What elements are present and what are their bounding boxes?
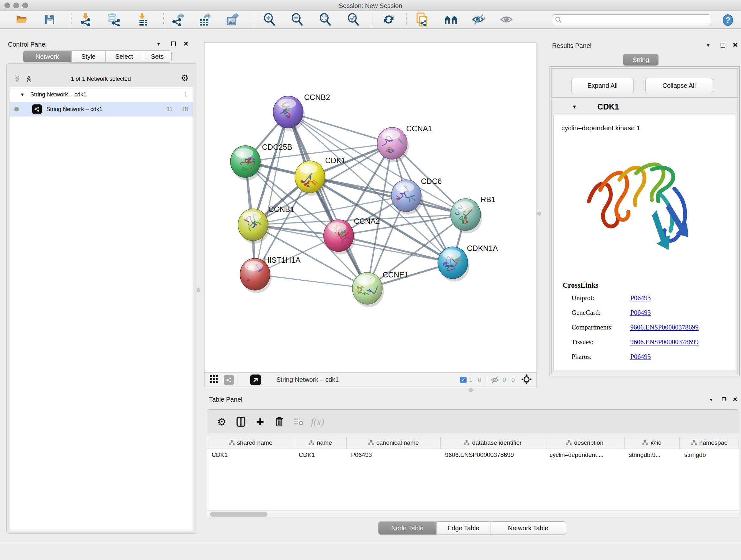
table-cell[interactable]: CDK1: [207, 449, 294, 461]
network-canvas[interactable]: CCNB2CCNA1CDC25BCDK1CDC6RB1CCNB1CCNA2CDK…: [204, 43, 537, 372]
import-network-file-button[interactable]: [77, 12, 94, 27]
left-splitter-handle[interactable]: [197, 288, 200, 292]
column-header[interactable]: shared name: [207, 437, 294, 449]
tab-network-table[interactable]: Network Table: [490, 521, 566, 535]
results-panel-close-button[interactable]: ✕: [733, 41, 738, 49]
node-gloss: [382, 130, 400, 140]
column-header[interactable]: database identifier: [441, 437, 545, 449]
results-panel-float-button[interactable]: [721, 43, 725, 48]
network-edge-CCNA2-CDKN1A[interactable]: [339, 236, 453, 263]
export-image-button[interactable]: [223, 12, 241, 27]
node-gloss: [235, 148, 253, 158]
hidden-eye-slash-icon: [490, 376, 500, 383]
expand-all-networks-icon[interactable]: ≫: [24, 75, 33, 82]
collapse-all-networks-icon[interactable]: ≫: [13, 75, 21, 82]
table-cell[interactable]: P06493: [347, 449, 441, 461]
column-header[interactable]: description: [545, 437, 624, 449]
database-network-icon: [106, 13, 120, 26]
zoom-out-button[interactable]: [288, 12, 307, 27]
table-cell[interactable]: stringdb: [680, 449, 739, 461]
tab-network[interactable]: Network: [23, 51, 71, 63]
function-builder-button-disabled[interactable]: f(x): [308, 412, 327, 431]
control-panel-close-button[interactable]: ✕: [183, 40, 189, 48]
network-edge-count: 48: [182, 106, 188, 113]
add-column-button[interactable]: +: [251, 412, 270, 431]
table-options-gear-icon[interactable]: ⚙: [212, 412, 231, 431]
zoom-selected-icon: [347, 13, 360, 26]
footer-separator: [237, 374, 238, 385]
tab-sets[interactable]: Sets: [143, 51, 172, 63]
column-header[interactable]: canonical name: [347, 437, 441, 449]
column-header[interactable]: namespac: [680, 437, 739, 449]
table-cell[interactable]: stringdb:9...: [624, 449, 680, 461]
table-panel-float-button[interactable]: [722, 397, 726, 401]
table-cell[interactable]: CDK1: [294, 449, 347, 461]
crosslink-genecard-link[interactable]: P06493: [630, 309, 651, 317]
network-view-footer: String Network – cdk1 ✓ 1 - 0 0 - 0: [204, 372, 537, 387]
tab-select[interactable]: Select: [105, 51, 143, 63]
network-options-gear-icon[interactable]: ⚙: [181, 73, 189, 83]
table-panel-menu-button[interactable]: ▼: [709, 397, 713, 402]
control-panel-menu-button[interactable]: ▼: [156, 42, 161, 47]
export-network-button[interactable]: [169, 12, 187, 27]
search-input[interactable]: [562, 17, 702, 23]
table-horizontal-scrollbar[interactable]: [207, 511, 739, 518]
delete-table-button-disabled[interactable]: [289, 412, 308, 431]
cdk1-collapse-icon[interactable]: ▼: [572, 104, 577, 110]
crosslink-uniprot-link[interactable]: P06493: [630, 294, 651, 302]
network-list: ▼ String Network – cdk1 1 String Network…: [10, 87, 193, 531]
import-network-database-button[interactable]: [105, 12, 122, 27]
save-session-button[interactable]: [41, 12, 59, 27]
table-panel-close-button[interactable]: ✕: [733, 396, 738, 403]
open-folder-icon: [16, 14, 28, 25]
clone-network-button[interactable]: [413, 12, 431, 27]
results-panel-menu-button[interactable]: ▼: [706, 43, 711, 48]
crosslink-tissues-link[interactable]: 9606.ENSP00000378699: [630, 338, 698, 346]
expand-all-button[interactable]: Expand All: [571, 78, 634, 93]
right-splitter-handle[interactable]: [537, 212, 541, 215]
tab-string-results[interactable]: String: [623, 54, 659, 66]
table-cell[interactable]: cyclin–dependent ...: [545, 449, 624, 461]
network-collection-row[interactable]: ▼ String Network – cdk1 1: [10, 87, 193, 102]
network-overview-toggle[interactable]: [224, 375, 234, 385]
tab-style[interactable]: Style: [71, 51, 105, 63]
refresh-view-button[interactable]: [380, 12, 398, 27]
network-row[interactable]: String Network – cdk1 11 48: [10, 102, 193, 117]
show-all-button[interactable]: [498, 12, 516, 27]
cdk1-section-header[interactable]: ▼ CDK1: [552, 100, 737, 114]
column-header[interactable]: name: [294, 437, 347, 449]
export-table-button[interactable]: [196, 12, 213, 27]
selected-indicator-checkbox[interactable]: ✓: [460, 377, 467, 383]
collection-expander-icon[interactable]: ▼: [20, 92, 24, 97]
network-edge-HIST1H1A-CCNE1[interactable]: [255, 274, 367, 288]
crosslink-pharos-link[interactable]: P06493: [630, 353, 651, 361]
delete-column-button[interactable]: [270, 412, 289, 431]
import-table-file-button[interactable]: [133, 12, 151, 27]
crosslink-compartments-link[interactable]: 9606.ENSP00000378699: [630, 323, 698, 331]
control-panel-float-button[interactable]: [171, 42, 176, 46]
tab-edge-table[interactable]: Edge Table: [436, 521, 490, 535]
help-button[interactable]: ?: [722, 14, 734, 27]
fit-selection-button[interactable]: [521, 374, 532, 386]
show-columns-button[interactable]: [231, 412, 251, 431]
open-session-button[interactable]: [13, 12, 30, 27]
birds-eye-view-button[interactable]: [210, 375, 219, 385]
tab-node-table[interactable]: Node Table: [378, 521, 436, 535]
bottom-splitter-handle[interactable]: [469, 388, 473, 392]
zoom-fit-button[interactable]: [317, 12, 334, 27]
node-gloss: [442, 249, 461, 259]
zoom-in-button[interactable]: [261, 12, 279, 27]
zoom-selected-button[interactable]: [345, 12, 362, 27]
network-edge-CCNB2-HIST1H1A[interactable]: [255, 112, 288, 274]
first-neighbors-button[interactable]: [442, 12, 460, 27]
detach-view-button[interactable]: [250, 374, 261, 385]
collapse-all-button[interactable]: Collapse All: [645, 78, 713, 93]
grid-icon: [210, 375, 219, 383]
table-row[interactable]: CDK1CDK1P064939606.ENSP00000378699cyclin…: [207, 449, 739, 461]
node-gloss: [455, 201, 474, 211]
table-cell[interactable]: 9606.ENSP00000378699: [441, 449, 545, 461]
column-header[interactable]: @id: [624, 437, 680, 449]
table-scrollbar-thumb[interactable]: [210, 512, 267, 516]
hide-selected-button[interactable]: [470, 12, 488, 27]
cdk1-gene-name: CDK1: [597, 102, 619, 111]
